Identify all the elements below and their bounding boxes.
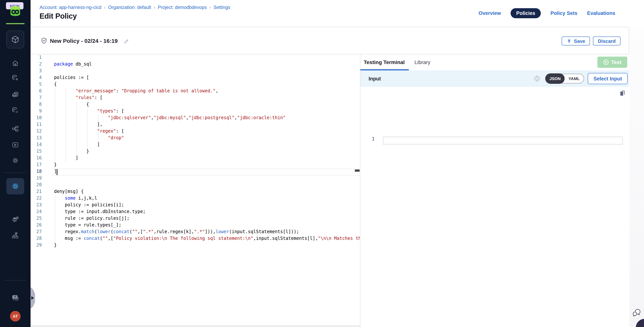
- code-line[interactable]: "jdbc:sqlserver","jdbc:mysql","jdbc:post…: [54, 115, 360, 122]
- testing-terminal-panel: Testing Terminal Library Test Input: [360, 54, 629, 327]
- line-number: 25: [30, 216, 42, 222]
- line-number: 23: [30, 202, 42, 209]
- select-input-button[interactable]: Select Input: [588, 73, 628, 84]
- code-line[interactable]: }: [54, 162, 360, 169]
- code-line[interactable]: [54, 55, 360, 61]
- code-line[interactable]: some i,j,k,l: [54, 196, 360, 202]
- code-line[interactable]: msg := concat("",["Policy violation:\n T…: [54, 236, 360, 243]
- breadcrumb-organization[interactable]: Organization: default: [108, 5, 151, 10]
- org-gear-icon[interactable]: [12, 232, 19, 239]
- code-line[interactable]: "error_message": "Dropping of table is n…: [54, 88, 360, 95]
- editor-gutter: 1234567891011121314151617181920212223242…: [30, 54, 42, 249]
- code-line[interactable]: [54, 68, 360, 75]
- sidebar-divider: [5, 280, 26, 281]
- terminal-tabs: Testing Terminal Library Test: [360, 54, 629, 70]
- editor-code[interactable]: package db_sqlpolicies := [{ "error_mess…: [54, 54, 360, 249]
- line-number: 2: [30, 61, 42, 68]
- test-button-label: Test: [611, 59, 622, 65]
- code-line[interactable]: ]: [54, 169, 360, 175]
- breadcrumb-settings[interactable]: Settings: [214, 5, 230, 10]
- line-number: 6: [30, 88, 42, 95]
- page-header: Account: app-harness-ng-cicd › Organizat…: [30, 0, 644, 27]
- code-line[interactable]: }: [54, 243, 360, 249]
- module-selector-button[interactable]: [6, 30, 24, 48]
- code-line[interactable]: {: [54, 102, 360, 108]
- line-number: 28: [30, 236, 42, 243]
- code-line[interactable]: type = rule.types[_];: [54, 222, 360, 229]
- breadcrumb-project[interactable]: Project: demodbdevops: [158, 5, 207, 10]
- tab-policy-sets[interactable]: Policy Sets: [550, 10, 577, 16]
- sidebar: NEW: [0, 0, 30, 327]
- breadcrumb-account[interactable]: Account: app-harness-ng-cicd: [40, 5, 101, 10]
- input-label: Input: [368, 76, 381, 81]
- code-line[interactable]: [54, 175, 360, 182]
- home-icon[interactable]: [12, 60, 19, 67]
- line-number: 29: [30, 243, 42, 249]
- line-number: 22: [30, 196, 42, 202]
- input-gutter: 1: [368, 136, 374, 145]
- executions-play-icon[interactable]: [12, 141, 19, 149]
- sidebar-divider: [5, 172, 26, 173]
- tab-library[interactable]: Library: [414, 59, 430, 65]
- test-button[interactable]: Test: [598, 57, 627, 68]
- gear-icon[interactable]: [12, 157, 19, 164]
- code-line[interactable]: "regex": [: [54, 128, 360, 135]
- breadcrumb: Account: app-harness-ng-cicd › Organizat…: [40, 5, 230, 10]
- code-format-icon: [533, 74, 542, 83]
- code-line[interactable]: "types": [: [54, 108, 360, 115]
- database-gear-icon[interactable]: [12, 74, 19, 82]
- database-stack-icon[interactable]: [12, 91, 19, 98]
- pipeline-tree-icon[interactable]: [12, 125, 19, 133]
- edit-pencil-icon[interactable]: [123, 38, 130, 44]
- sidebar-item-settings-active[interactable]: [6, 178, 24, 194]
- code-line[interactable]: }: [54, 149, 360, 155]
- code-line[interactable]: [54, 182, 360, 189]
- line-number: 3: [30, 68, 42, 75]
- chevron-right-icon: [31, 296, 34, 300]
- policy-toolbar: New Policy - 02/24 - 16:19 Save Discard: [30, 27, 629, 54]
- input-editor[interactable]: 1: [360, 87, 629, 327]
- header-tabs: Overview Policies Policy Sets Evaluation…: [478, 8, 615, 18]
- format-yaml-option[interactable]: YAML: [564, 74, 584, 83]
- code-line[interactable]: package db_sql: [54, 61, 360, 68]
- code-line[interactable]: {: [54, 82, 360, 88]
- play-circle-icon: [603, 59, 609, 65]
- tab-evaluations[interactable]: Evaluations: [587, 10, 615, 16]
- right-gutter: [630, 27, 644, 327]
- code-line[interactable]: policy := policies[i];: [54, 202, 360, 209]
- save-button[interactable]: Save: [562, 36, 590, 45]
- code-line[interactable]: policies := [: [54, 75, 360, 82]
- code-line[interactable]: regex.match(lower(concat("",[".*",rule.r…: [54, 229, 360, 236]
- code-line[interactable]: ]: [54, 142, 360, 149]
- code-line[interactable]: "rules": [: [54, 95, 360, 102]
- code-line[interactable]: ]: [54, 155, 360, 162]
- upload-icon: [566, 38, 572, 43]
- input-bar: Input JSON YAML Select Input: [360, 70, 629, 87]
- code-line[interactable]: deny[msg] {: [54, 189, 360, 196]
- tab-overview[interactable]: Overview: [478, 10, 501, 16]
- code-line[interactable]: type := input.dbInstance.type;: [54, 209, 360, 216]
- breadcrumb-separator: ›: [154, 5, 155, 10]
- layers-gear-icon[interactable]: [12, 216, 19, 224]
- database-deploy-icon[interactable]: [12, 106, 19, 114]
- cube-icon: [11, 35, 20, 44]
- code-line[interactable]: ],: [54, 122, 360, 128]
- discard-button[interactable]: Discard: [593, 36, 620, 45]
- logo-underline: [6, 23, 24, 24]
- harness-dbops-logo-icon[interactable]: [9, 5, 22, 17]
- line-number: 12: [30, 128, 42, 135]
- help-chat-icon[interactable]: ?: [11, 294, 20, 302]
- support-chat-icon[interactable]: [632, 308, 642, 318]
- breadcrumb-separator: ›: [210, 5, 211, 10]
- tab-testing-terminal[interactable]: Testing Terminal: [364, 59, 405, 65]
- line-number: 9: [30, 108, 42, 115]
- code-line[interactable]: rule := policy.rules[j];: [54, 216, 360, 222]
- avatar[interactable]: AT: [10, 311, 20, 322]
- input-current-line[interactable]: [383, 136, 623, 145]
- shield-check-icon: [40, 37, 48, 45]
- horizontal-scrollbar[interactable]: [30, 325, 360, 327]
- code-line[interactable]: "drop": [54, 135, 360, 142]
- format-json-option[interactable]: JSON: [546, 73, 565, 84]
- tab-policies-active[interactable]: Policies: [510, 8, 541, 18]
- policy-code-editor[interactable]: 1234567891011121314151617181920212223242…: [30, 54, 360, 327]
